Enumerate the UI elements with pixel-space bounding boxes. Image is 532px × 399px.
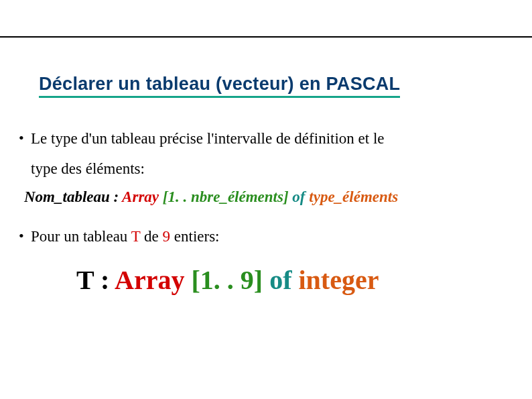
syntax-type: type_éléments: [309, 188, 398, 205]
ex-colon: :: [94, 265, 115, 295]
bullet1-text-line1: Le type d'un tableau précise l'intervall…: [31, 130, 385, 147]
ex-type: integer: [298, 265, 379, 295]
b2-nine: 9: [163, 228, 171, 245]
bullet-item-2: Pour un tableau T de 9 entiers:: [19, 222, 513, 252]
syntax-bracket: [1. . nbre_éléments]: [159, 188, 292, 205]
syntax-colon: :: [110, 188, 122, 205]
bullet1-text-line2: type des éléments:: [31, 160, 145, 177]
b2-a: Pour un tableau: [31, 228, 131, 245]
top-rule: [0, 0, 532, 38]
b2-end: entiers:: [170, 228, 219, 245]
ex-bracket: [1. . 9]: [185, 265, 270, 295]
ex-of: of: [269, 265, 291, 295]
slide-title: Déclarer un tableau (vecteur) en PASCAL: [39, 74, 400, 98]
ex-array: Array: [115, 265, 184, 295]
b2-mid: de: [140, 228, 162, 245]
syntax-of: of: [292, 188, 305, 205]
syntax-name: Nom_tableau: [24, 188, 110, 205]
ex-t: T: [76, 265, 94, 295]
slide: Déclarer un tableau (vecteur) en PASCAL …: [0, 0, 532, 399]
ex-space: [291, 265, 298, 295]
bullet-list: Le type d'un tableau précise l'intervall…: [19, 124, 513, 184]
syntax-template: Nom_tableau : Array [1. . nbre_éléments]…: [24, 188, 513, 206]
slide-content: Le type d'un tableau précise l'intervall…: [19, 124, 513, 296]
syntax-array: Array: [122, 188, 159, 205]
bullet-item-1: Le type d'un tableau précise l'intervall…: [19, 124, 513, 184]
example-declaration: T : Array [1. . 9] of integer: [76, 264, 513, 296]
b2-t: T: [131, 228, 141, 245]
bullet-list-2: Pour un tableau T de 9 entiers:: [19, 222, 513, 252]
